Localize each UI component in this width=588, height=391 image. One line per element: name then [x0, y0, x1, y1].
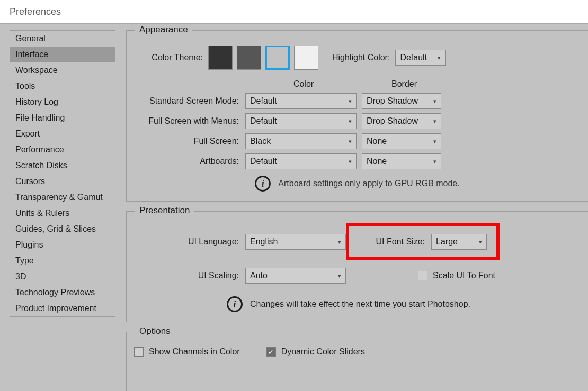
ui-font-size-label: UI Font Size:: [376, 237, 425, 247]
fullscreen-color-select[interactable]: Black▾: [245, 133, 357, 149]
standard-screen-mode-border-value: Drop Shadow: [367, 96, 418, 106]
artboards-border-value: None: [367, 157, 387, 166]
standard-screen-mode-label: Standard Screen Mode:: [134, 96, 245, 106]
show-channels-in-color-label: Show Channels in Color: [149, 347, 240, 357]
window-title: Preferences: [0, 0, 588, 24]
scale-ui-to-font-checkbox[interactable]: [418, 271, 427, 280]
chevron-down-icon: ▾: [438, 54, 441, 61]
sidebar-item-plugins[interactable]: Plugins: [10, 237, 115, 253]
dynamic-color-sliders-label: Dynamic Color Sliders: [281, 347, 365, 357]
artboards-color-select[interactable]: Default▾: [245, 153, 357, 169]
sidebar-item-scratch-disks[interactable]: Scratch Disks: [10, 158, 115, 174]
fullscreen-menus-border-value: Drop Shadow: [367, 116, 418, 126]
sidebar-item-3d[interactable]: 3D: [10, 269, 115, 285]
chevron-down-icon: ▾: [349, 98, 352, 105]
ui-language-value: English: [250, 237, 278, 247]
fullscreen-color-value: Black: [250, 137, 271, 146]
modes-header-color: Color: [245, 79, 362, 89]
info-icon: i: [255, 176, 271, 192]
sidebar-item-interface[interactable]: Interface: [10, 47, 115, 62]
highlight-color-value: Default: [400, 53, 427, 62]
sidebar-item-workspace[interactable]: Workspace: [10, 62, 115, 78]
highlight-color-select[interactable]: Default ▾: [395, 50, 446, 66]
sidebar-item-tools[interactable]: Tools: [10, 78, 115, 94]
sidebar-item-technology-previews[interactable]: Technology Previews: [10, 285, 115, 301]
presentation-group: Presentation UI Language: English▾ UI Fo…: [126, 211, 588, 322]
ui-font-size-highlight: UI Font Size: Large▾: [346, 223, 500, 260]
fullscreen-menus-color-value: Default: [250, 116, 277, 126]
ui-scaling-value: Auto: [250, 271, 268, 280]
chevron-down-icon: ▾: [338, 272, 341, 279]
sidebar-item-transparency-gamut[interactable]: Transparency & Gamut: [10, 189, 115, 205]
appearance-legend: Appearance: [135, 24, 192, 35]
standard-screen-mode-color-select[interactable]: Default▾: [245, 93, 357, 109]
sidebar-item-general[interactable]: General: [10, 31, 115, 47]
fullscreen-menus-border-select[interactable]: Drop Shadow▾: [362, 113, 441, 129]
sidebar-item-performance[interactable]: Performance: [10, 142, 115, 158]
chevron-down-icon: ▾: [349, 158, 352, 165]
color-theme-swatch-light[interactable]: [294, 46, 318, 70]
sidebar-item-type[interactable]: Type: [10, 253, 115, 269]
chevron-down-icon: ▾: [433, 158, 436, 165]
dynamic-color-sliders-checkbox[interactable]: ✓: [266, 347, 276, 357]
fullscreen-border-value: None: [367, 137, 387, 146]
fullscreen-border-select[interactable]: None▾: [362, 133, 441, 149]
color-theme-swatch-medium-dark[interactable]: [237, 46, 261, 70]
options-legend: Options: [135, 326, 175, 337]
fullscreen-menus-color-select[interactable]: Default▾: [245, 113, 357, 129]
appearance-group: Appearance Color Theme: Highlight Color:…: [126, 30, 588, 202]
show-channels-in-color-checkbox[interactable]: [134, 347, 144, 357]
appearance-info-text: Artboard settings only apply to GPU RGB …: [278, 179, 459, 188]
ui-language-label: UI Language:: [134, 237, 245, 247]
artboards-label: Artboards:: [134, 157, 245, 166]
ui-font-size-select[interactable]: Large▾: [431, 234, 487, 250]
chevron-down-icon: ▾: [349, 138, 352, 145]
standard-screen-mode-border-select[interactable]: Drop Shadow▾: [362, 93, 441, 109]
sidebar-item-product-improvement[interactable]: Product Improvement: [10, 301, 115, 316]
color-theme-swatch-dark[interactable]: [208, 46, 233, 70]
standard-screen-mode-color-value: Default: [250, 96, 277, 106]
artboards-border-select[interactable]: None▾: [362, 153, 441, 169]
modes-header-border: Border: [362, 79, 447, 89]
sidebar-item-guides-grid-slices[interactable]: Guides, Grid & Slices: [10, 221, 115, 237]
sidebar-item-history-log[interactable]: History Log: [10, 94, 115, 110]
chevron-down-icon: ▾: [433, 98, 436, 105]
artboards-color-value: Default: [250, 157, 277, 166]
chevron-down-icon: ▾: [479, 239, 482, 245]
info-icon: i: [227, 296, 243, 312]
presentation-info-text: Changes will take effect the next time y…: [250, 299, 470, 309]
chevron-down-icon: ▾: [433, 118, 436, 125]
chevron-down-icon: ▾: [338, 239, 341, 245]
ui-scaling-select[interactable]: Auto▾: [245, 268, 346, 284]
highlight-color-label: Highlight Color:: [332, 53, 390, 62]
sidebar-item-file-handling[interactable]: File Handling: [10, 110, 115, 126]
sidebar-item-units-rulers[interactable]: Units & Rulers: [10, 205, 115, 221]
ui-scaling-label: UI Scaling:: [134, 271, 245, 280]
sidebar-item-cursors[interactable]: Cursors: [10, 174, 115, 189]
color-theme-swatch-medium-light[interactable]: [265, 46, 290, 70]
ui-language-select[interactable]: English▾: [245, 234, 346, 250]
scale-ui-to-font-label: Scale UI To Font: [433, 271, 495, 280]
fullscreen-label: Full Screen:: [134, 137, 245, 146]
chevron-down-icon: ▾: [349, 118, 352, 125]
chevron-down-icon: ▾: [433, 138, 436, 145]
color-theme-label: Color Theme:: [134, 53, 208, 62]
fullscreen-menus-label: Full Screen with Menus:: [134, 116, 245, 126]
presentation-legend: Presentation: [135, 205, 194, 216]
sidebar-item-export[interactable]: Export: [10, 126, 115, 142]
prefs-sidebar: General Interface Workspace Tools Histor…: [10, 30, 115, 317]
ui-font-size-value: Large: [436, 237, 458, 247]
options-group: Options Show Channels in Color ✓ Dynamic…: [126, 332, 588, 391]
